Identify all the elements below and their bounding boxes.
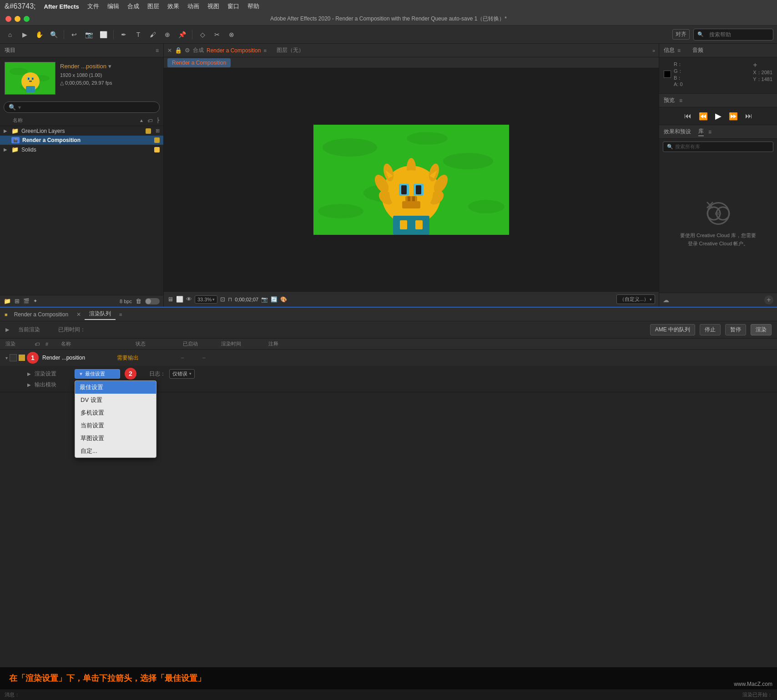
delete-btn[interactable]: 🗑	[136, 298, 141, 304]
menu-help[interactable]: 帮助	[247, 2, 259, 10]
effects-panel-menu[interactable]: ≡	[708, 129, 711, 135]
apple-menu[interactable]: &#63743;	[5, 2, 36, 10]
roto-tool[interactable]: ✂	[211, 28, 223, 41]
skip-back-btn[interactable]: ⏮	[684, 112, 691, 120]
menu-composition[interactable]: 合成	[127, 2, 139, 10]
next-frame-btn[interactable]: ⏩	[729, 112, 738, 121]
render-queue-topbar: ▶ 当前渲染 已用时间： AME 中的队列 停止 暂停 渲染	[0, 321, 777, 339]
preview-panel-menu[interactable]: ≡	[679, 97, 682, 104]
project-panel: 项目 ≡	[0, 44, 164, 307]
crop-btn[interactable]: ⊓	[228, 296, 232, 303]
menu-file[interactable]: 文件	[87, 2, 99, 10]
rq-tab-separator: ✕	[76, 311, 81, 318]
menu-effect[interactable]: 效果	[167, 2, 179, 10]
hand-tool[interactable]: ✋	[33, 28, 45, 41]
om-expand[interactable]: ▶	[27, 382, 31, 387]
close-button[interactable]	[5, 16, 11, 22]
new-item-btn[interactable]: ⊞	[15, 298, 20, 304]
list-item[interactable]: ▶ 🎬 Render a Composition	[0, 136, 163, 145]
list-item[interactable]: ▶ 📁 GreenLion Layers ⊞	[0, 126, 163, 136]
flowchart-btn[interactable]: ✦	[33, 298, 37, 304]
clone-tool[interactable]: ⊕	[161, 28, 174, 41]
viewer-close-x[interactable]: ✕	[167, 47, 172, 54]
svg-rect-35	[412, 196, 415, 202]
menu-edit[interactable]: 编辑	[107, 2, 119, 10]
minimize-button[interactable]	[15, 16, 20, 22]
r-label: R：	[674, 61, 683, 68]
new-folder-btn[interactable]: 📁	[4, 298, 11, 304]
select-tool[interactable]: ▶	[18, 28, 31, 41]
camera-tool[interactable]: 📷	[82, 28, 95, 41]
expand-arrow-rq[interactable]: ▶	[5, 327, 9, 333]
viewer-ctrl-monitor[interactable]: 🖥	[167, 296, 173, 303]
item-color-tag	[19, 355, 25, 361]
menu-window[interactable]: 窗口	[227, 2, 239, 10]
popup-item-multi[interactable]: 多机设置	[75, 406, 156, 419]
right-panel: 信息 ≡ 音频 R： G： B： A: 0	[659, 44, 777, 307]
rs-expand[interactable]: ▶	[27, 371, 31, 376]
popup-item-draft[interactable]: 草图设置	[75, 432, 156, 445]
home-button[interactable]: ⌂	[4, 28, 16, 41]
project-search-box[interactable]: 🔍 ▾	[4, 101, 160, 113]
item-name-3: Solids	[21, 147, 151, 153]
viewer-ctrl-motion[interactable]: 👁	[186, 296, 192, 303]
custom-view-btn[interactable]: （自定义...） ▾	[616, 294, 655, 304]
interpret-footage-btn[interactable]: 🎬	[23, 298, 30, 304]
undo-tool[interactable]: ↩	[68, 28, 81, 41]
menu-view[interactable]: 视图	[207, 2, 219, 10]
color-balance-btn[interactable]: 🎨	[280, 296, 287, 303]
render-checkbox[interactable]	[10, 354, 17, 361]
info-panel-menu[interactable]: ≡	[677, 47, 681, 54]
viewer-ctrl-box[interactable]: ⬜	[176, 296, 183, 303]
zoom-tool[interactable]: 🔍	[47, 28, 60, 41]
pen-tool[interactable]: ✒	[117, 28, 130, 41]
viewer-comp-name: Render a Composition	[207, 47, 261, 54]
prev-frame-btn[interactable]: ⏪	[699, 112, 708, 121]
skip-forward-btn[interactable]: ⏭	[745, 112, 752, 120]
pause-btn[interactable]: 暂停	[725, 324, 746, 335]
puppet-tool[interactable]: ⊗	[225, 28, 238, 41]
color-cycle-btn[interactable]: 🔄	[271, 296, 278, 303]
comp-duration: △ 0;00;05;00, 29.97 fps	[60, 79, 112, 87]
menu-animation[interactable]: 动画	[187, 2, 199, 10]
viewer-controls-bar: 🖥 ⬜ 👁 33.3% ▾ ⊡ ⊓ 0;00;02;07 📷 🔄 🎨 （自定义.…	[164, 291, 659, 307]
rq-queue-tab[interactable]: 渲染队列	[85, 309, 116, 320]
svg-point-16	[468, 200, 505, 213]
shape-tool[interactable]: ◇	[196, 28, 209, 41]
play-btn[interactable]: ▶	[715, 111, 722, 121]
effects-search-box[interactable]: 🔍 搜索所有库	[663, 142, 773, 152]
viewer-expand-icon[interactable]: »	[652, 48, 655, 53]
search-help-input[interactable]	[706, 30, 769, 39]
popup-item-current[interactable]: 当前设置	[75, 419, 156, 432]
render-btn[interactable]: 渲染	[751, 324, 772, 335]
popup-item-dv[interactable]: DV 设置	[75, 394, 156, 406]
item-expand-arrow[interactable]: ▾	[5, 355, 8, 360]
popup-item-custom[interactable]: 自定...	[75, 445, 156, 457]
pin-tool[interactable]: 📌	[176, 28, 188, 41]
stop-btn[interactable]: 停止	[700, 324, 721, 335]
comp-tab-button[interactable]: Render a Composition	[167, 58, 231, 67]
toggle-switch[interactable]	[145, 298, 160, 304]
log-dropdown[interactable]: 仅错误 ▾	[169, 369, 195, 379]
ame-queue-btn[interactable]: AME 中的队列	[650, 324, 695, 335]
render-settings-dropdown[interactable]: ▼ 最佳设置	[75, 369, 120, 379]
snapshot-btn[interactable]: 📷	[261, 296, 268, 303]
rq-comp-tab[interactable]: Render a Composition	[10, 310, 73, 319]
maximize-button[interactable]	[24, 16, 30, 22]
fit-frame-btn[interactable]: ⊡	[220, 296, 225, 303]
project-menu-icon[interactable]: ≡	[156, 47, 159, 54]
text-tool[interactable]: T	[132, 28, 145, 41]
list-item[interactable]: ▶ 📁 Solids	[0, 145, 163, 154]
add-btn[interactable]: +	[764, 295, 773, 304]
brush-tool[interactable]: 🖌	[146, 28, 159, 41]
cloud-icon-btn[interactable]: ☁	[663, 296, 669, 304]
align-label: 对齐	[672, 29, 690, 40]
rq-menu-icon[interactable]: ≡	[119, 312, 122, 317]
render-queue-tabs: ■ Render a Composition ✕ 渲染队列 ≡	[0, 308, 777, 321]
rect-tool[interactable]: ⬜	[97, 28, 110, 41]
timecode-display[interactable]: 0;00;02;07	[235, 297, 258, 302]
menu-layer[interactable]: 图层	[147, 2, 159, 10]
col-hash: #	[45, 341, 59, 347]
viewer-menu-icon[interactable]: ≡	[263, 48, 266, 53]
zoom-control[interactable]: 33.3% ▾	[195, 295, 217, 304]
